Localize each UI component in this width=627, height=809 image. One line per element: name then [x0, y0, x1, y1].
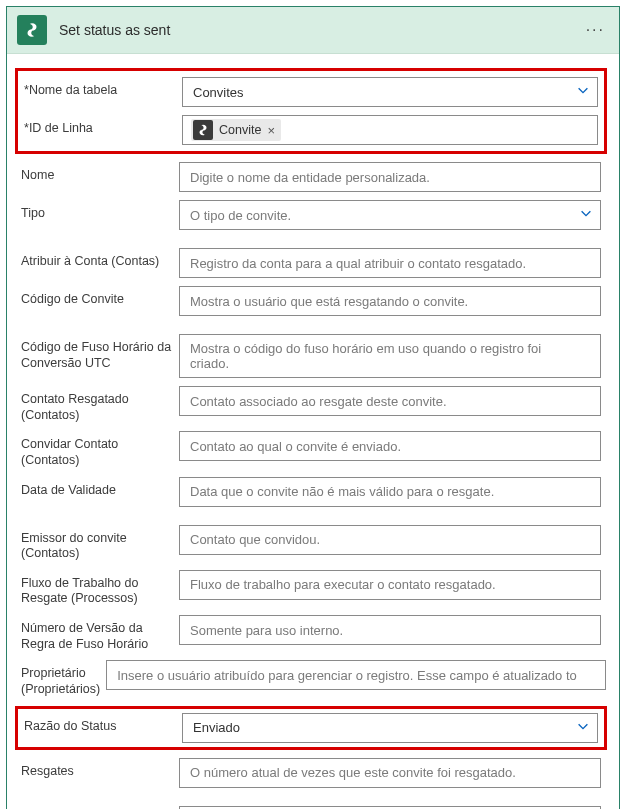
codigo-input[interactable]: Mostra o usuário que está resgatando o c…: [179, 286, 601, 316]
nome-input[interactable]: Digite o nome da entidade personalizada.: [179, 162, 601, 192]
card-menu-button[interactable]: ···: [582, 21, 609, 39]
row-id-input[interactable]: Convite ×: [182, 115, 598, 145]
emissor-input[interactable]: Contato que convidou.: [179, 525, 601, 555]
contato-res-input[interactable]: Contato associado ao resgate deste convi…: [179, 386, 601, 416]
chip-remove-icon[interactable]: ×: [267, 123, 275, 138]
label-nome: Nome: [21, 162, 179, 184]
label-convidar: Convidar Contato (Contatos): [21, 431, 179, 468]
label-versao: Número de Versão da Regra de Fuso Horári…: [21, 615, 179, 652]
row-id-chip[interactable]: Convite ×: [191, 119, 281, 141]
card-title: Set status as sent: [59, 22, 582, 38]
resgates-input[interactable]: O número atual de vezes que este convite…: [179, 758, 601, 788]
label-fuso: Código de Fuso Horário da Conversão UTC: [21, 334, 179, 371]
tipo-dropdown[interactable]: O tipo de convite.: [179, 200, 601, 230]
resgates-max-input[interactable]: [179, 806, 601, 810]
label-row-id: *ID de Linha: [24, 115, 182, 137]
label-razao: Razão do Status: [24, 713, 182, 735]
label-emissor: Emissor do convite (Contatos): [21, 525, 179, 562]
atribuir-input[interactable]: Registro da conta para a qual atribuir o…: [179, 248, 601, 278]
razao-dropdown[interactable]: Enviado: [182, 713, 598, 743]
label-validade: Data de Validade: [21, 477, 179, 499]
action-card: Set status as sent ··· *Nome da tabela C…: [6, 6, 620, 809]
fluxo-input[interactable]: Fluxo de trabalho para executar o contat…: [179, 570, 601, 600]
card-header[interactable]: Set status as sent ···: [7, 7, 619, 54]
convidar-input[interactable]: Contato ao qual o convite é enviado.: [179, 431, 601, 461]
dataverse-icon: [17, 15, 47, 45]
highlight-box-2: Razão do Status Enviado: [15, 706, 607, 750]
card-body: *Nome da tabela Convites *ID de Linha: [7, 54, 619, 809]
label-tipo: Tipo: [21, 200, 179, 222]
label-codigo: Código de Convite: [21, 286, 179, 308]
label-resgates: Resgates: [21, 758, 179, 780]
table-name-dropdown[interactable]: Convites: [182, 77, 598, 107]
versao-input[interactable]: Somente para uso interno.: [179, 615, 601, 645]
label-prop: Proprietário (Proprietários): [21, 660, 106, 697]
validade-input[interactable]: Data que o convite não é mais válido par…: [179, 477, 601, 507]
label-atribuir: Atribuir à Conta (Contas): [21, 248, 179, 270]
dataverse-chip-icon: [193, 120, 213, 140]
prop-input[interactable]: Insere o usuário atribuído para gerencia…: [106, 660, 606, 690]
label-table-name: *Nome da tabela: [24, 77, 182, 99]
highlight-box-1: *Nome da tabela Convites *ID de Linha: [15, 68, 607, 154]
label-resgates-max: Resgates Máximos: [21, 806, 179, 810]
fuso-input[interactable]: Mostra o código do fuso horário em uso q…: [179, 334, 601, 378]
label-fluxo: Fluxo de Trabalho do Resgate (Processos): [21, 570, 179, 607]
label-contato-res: Contato Resgatado (Contatos): [21, 386, 179, 423]
